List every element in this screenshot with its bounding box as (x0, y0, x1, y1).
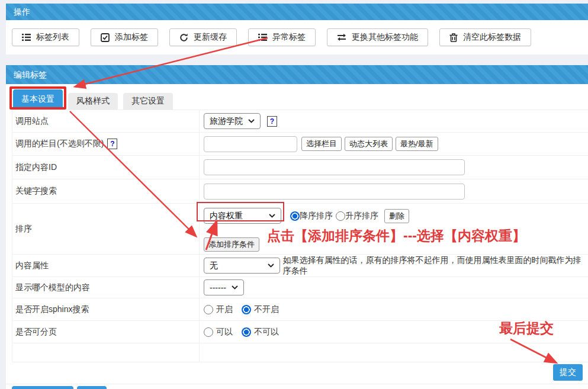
edit-tag-form: 调用站点 旅游学院 ? 调用的栏目(不选则不限) ? 选择栏目 动态大列表 最热… (12, 110, 588, 362)
site-label: 调用站点 (15, 116, 49, 127)
tag-list-label: 标签列表 (36, 32, 69, 43)
list-icon (258, 33, 267, 41)
row-attribute: 内容属性 无 如果选择有属性的话，原有的排序将不起作用，而使用属性表里面的时间戳… (12, 255, 588, 277)
category-input[interactable] (204, 136, 297, 152)
model-select-value: ------ (210, 283, 226, 292)
row-keyword: 关键字搜索 (12, 179, 588, 204)
hot-new-button[interactable]: 最热/最新 (396, 137, 438, 151)
edit-panel-title: 编辑标签 (14, 70, 47, 79)
page: 操作 标签列表 添加标签 更新缓存 异常标签 更换其他标签功能 清空此标签数据 (0, 0, 588, 389)
keyword-input[interactable] (204, 184, 465, 200)
dynamic-list-label: 动态大列表 (349, 139, 388, 149)
sphinx-off-label: 不开启 (254, 304, 279, 315)
abnormal-tags-label: 异常标签 (272, 32, 306, 43)
keyword-label: 关键字搜索 (15, 186, 57, 197)
attribute-label: 内容属性 (15, 261, 49, 271)
sphinx-on-radio[interactable] (204, 305, 213, 314)
sort-condition-line: 内容权重 降序排序 升序排序 删除 (204, 208, 409, 224)
sort-asc-label: 升序排序 (345, 211, 378, 221)
row-site: 调用站点 旅游学院 ? (12, 110, 588, 133)
tab-bar: 基本设置 风格样式 其它设置 (13, 85, 173, 110)
tab-basic-settings[interactable]: 基本设置 (13, 89, 63, 110)
submit-button[interactable]: 提交 (553, 364, 583, 381)
sphinx-on-label: 开启 (216, 304, 233, 315)
hot-new-label: 最热/最新 (400, 139, 433, 149)
content-id-label: 指定内容ID (15, 162, 57, 173)
site-select-value: 旅游学院 (210, 116, 243, 127)
tab-style-label: 风格样式 (76, 96, 110, 107)
refresh-cache-button[interactable]: 更新缓存 (169, 28, 237, 46)
delete-sort-button[interactable]: 删除 (384, 209, 409, 223)
help-icon[interactable]: ? (267, 116, 277, 127)
row-category: 调用的栏目(不选则不限) ? 选择栏目 动态大列表 最热/最新 (12, 133, 588, 156)
row-empty (12, 343, 588, 362)
paging-yes-radio[interactable] (204, 327, 213, 337)
tag-list-button[interactable]: 标签列表 (12, 28, 79, 46)
operation-toolbar: 标签列表 添加标签 更新缓存 异常标签 更换其他标签功能 清空此标签数据 (6, 20, 588, 54)
delete-sort-label: 删除 (389, 211, 404, 221)
chevron-down-icon (268, 263, 274, 268)
edit-panel-header: 编辑标签 (6, 65, 588, 84)
attribute-note: 如果选择有属性的话，原有的排序将不起作用，而使用属性表里面的时间戳作为排序条件 (283, 255, 588, 277)
list-icon (22, 33, 31, 41)
partial-button-left[interactable] (12, 386, 73, 389)
site-select[interactable]: 旅游学院 (204, 113, 261, 129)
sort-label: 排序 (15, 224, 32, 234)
add-tag-label: 添加标签 (115, 32, 148, 43)
row-content-id: 指定内容ID (12, 156, 588, 179)
tab-other-settings[interactable]: 其它设置 (123, 93, 173, 110)
divider (6, 384, 588, 384)
chevron-down-icon (248, 119, 255, 123)
model-select[interactable]: ------ (204, 279, 244, 295)
select-category-button[interactable]: 选择栏目 (301, 137, 342, 151)
submit-button-label: 提交 (560, 367, 576, 378)
sphinx-label: 是否开启sphinx搜索 (15, 304, 89, 315)
tab-style[interactable]: 风格样式 (68, 93, 118, 110)
row-sphinx: 是否开启sphinx搜索 开启 不开启 (12, 298, 588, 321)
refresh-cache-label: 更新缓存 (194, 32, 227, 43)
refresh-icon (179, 33, 188, 42)
trash-icon (449, 33, 458, 42)
tab-basic-settings-label: 基本设置 (21, 94, 54, 105)
model-label: 显示哪个模型的内容 (15, 282, 90, 293)
attribute-select[interactable]: 无 (204, 258, 280, 274)
help-icon[interactable]: ? (107, 139, 117, 149)
paging-yes-label: 可以 (216, 327, 233, 337)
clear-tag-data-label: 清空此标签数据 (463, 32, 521, 43)
chevron-down-icon (269, 214, 275, 218)
clear-tag-data-button[interactable]: 清空此标签数据 (439, 28, 531, 46)
paging-label: 是否可分页 (15, 327, 57, 337)
switch-tag-function-button[interactable]: 更换其他标签功能 (327, 28, 428, 46)
checkbox-icon (101, 33, 110, 42)
partial-button-right[interactable] (77, 386, 107, 389)
sphinx-off-radio[interactable] (242, 305, 251, 314)
category-label: 调用的栏目(不选则不限) (15, 139, 104, 149)
paging-no-label: 不可以 (254, 327, 279, 337)
row-paging: 是否可分页 可以 不可以 (12, 321, 588, 343)
dynamic-list-button[interactable]: 动态大列表 (345, 137, 393, 151)
abnormal-tags-button[interactable]: 异常标签 (248, 28, 316, 46)
chevron-down-icon (232, 285, 238, 290)
sort-field-select[interactable]: 内容权重 (204, 208, 281, 224)
paging-no-radio[interactable] (242, 327, 251, 337)
select-category-label: 选择栏目 (306, 139, 337, 149)
add-sort-condition-button[interactable]: 添加排序条件 (204, 237, 259, 252)
sort-asc-radio[interactable] (336, 211, 345, 221)
sort-desc-label: 降序排序 (300, 211, 333, 221)
add-tag-button[interactable]: 添加标签 (91, 28, 158, 46)
add-sort-condition-label: 添加排序条件 (208, 239, 255, 250)
content-id-input[interactable] (204, 159, 465, 175)
row-sort: 排序 内容权重 降序排序 升序排序 删除 添加排序条件 (12, 204, 588, 255)
swap-icon (337, 33, 346, 41)
tab-other-settings-label: 其它设置 (131, 96, 165, 107)
sort-field-value: 内容权重 (210, 211, 243, 221)
sort-desc-radio[interactable] (290, 211, 300, 221)
attribute-select-value: 无 (210, 261, 218, 271)
operation-panel-title: 操作 (14, 7, 30, 17)
row-model: 显示哪个模型的内容 ------ (12, 277, 588, 298)
switch-tag-function-label: 更换其他标签功能 (352, 32, 418, 43)
operation-panel-header: 操作 (6, 4, 588, 20)
